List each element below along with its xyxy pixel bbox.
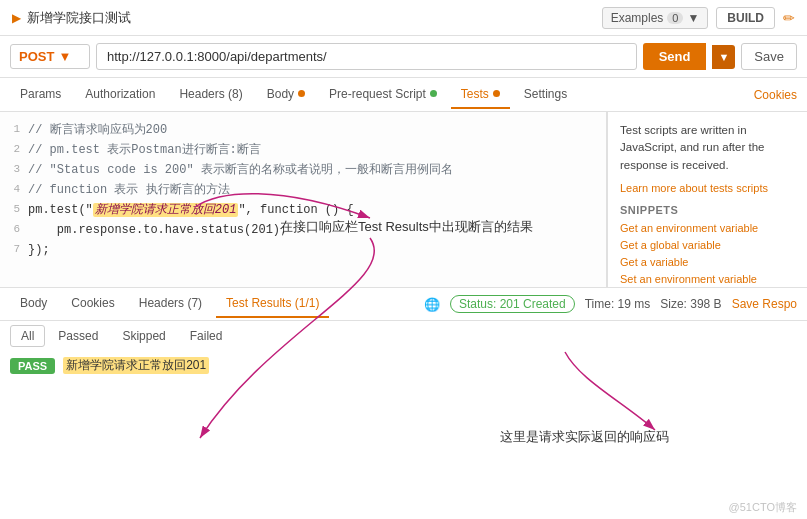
tab-params[interactable]: Params <box>10 81 71 109</box>
learn-more-link[interactable]: Learn more about tests scripts <box>620 182 795 194</box>
tab-tests[interactable]: Tests <box>451 81 510 109</box>
top-bar-right: Examples 0 ▼ BUILD ✏ <box>602 7 795 29</box>
snippet-item[interactable]: Set an environment variable <box>620 273 795 285</box>
annotation-2: 这里是请求实际返回的响应码 <box>500 428 669 446</box>
window-title: 新增学院接口测试 <box>27 9 131 27</box>
url-input[interactable] <box>96 43 637 70</box>
build-button[interactable]: BUILD <box>716 7 775 29</box>
examples-label: Examples <box>611 11 664 25</box>
filter-tab-passed[interactable]: Passed <box>47 325 109 347</box>
send-button[interactable]: Send <box>643 43 707 70</box>
filter-tabs: AllPassedSkippedFailed <box>0 321 807 351</box>
tab-settings[interactable]: Settings <box>514 81 577 109</box>
examples-button[interactable]: Examples 0 ▼ <box>602 7 709 29</box>
resp-size: Size: 398 B <box>660 297 721 311</box>
url-bar: POST ▼ Send ▼ Save <box>0 36 807 78</box>
body-dot <box>298 90 305 97</box>
content-split: 1// 断言请求响应码为2002// pm.test 表示Postman进行断言… <box>0 112 807 287</box>
code-line: 7}); <box>0 240 606 260</box>
request-tabs: Params Authorization Headers (8) Body Pr… <box>0 78 807 112</box>
method-select[interactable]: POST ▼ <box>10 44 90 69</box>
tests-dot <box>493 90 500 97</box>
status-badge: Status: 201 Created <box>450 295 575 313</box>
resp-time: Time: 19 ms <box>585 297 651 311</box>
watermark: @51CTO博客 <box>729 500 797 515</box>
snippet-item[interactable]: Get a variable <box>620 256 795 268</box>
snippet-item[interactable]: Get a global variable <box>620 239 795 251</box>
tab-authorization[interactable]: Authorization <box>75 81 165 109</box>
top-bar: ▶ 新增学院接口测试 Examples 0 ▼ BUILD ✏ <box>0 0 807 36</box>
pass-row: PASS 新增学院请求正常放回201 <box>0 351 807 380</box>
tab-headers-resp[interactable]: Headers (7) <box>129 290 212 318</box>
tab-test-results[interactable]: Test Results (1/1) <box>216 290 329 318</box>
globe-icon: 🌐 <box>424 297 440 312</box>
code-editor[interactable]: 1// 断言请求响应码为2002// pm.test 表示Postman进行断言… <box>0 112 607 287</box>
top-bar-left: ▶ 新增学院接口测试 <box>12 9 131 27</box>
send-dropdown-button[interactable]: ▼ <box>712 45 735 69</box>
response-tabs: Body Cookies Headers (7) Test Results (1… <box>0 287 807 321</box>
right-panel-desc: Test scripts are written in JavaScript, … <box>620 122 795 174</box>
tab-pre-request[interactable]: Pre-request Script <box>319 81 447 109</box>
code-line: 2// pm.test 表示Postman进行断言:断言 <box>0 140 606 160</box>
tab-body[interactable]: Body <box>257 81 315 109</box>
pass-text: 新增学院请求正常放回201 <box>63 357 209 374</box>
code-line: 1// 断言请求响应码为200 <box>0 120 606 140</box>
filter-tab-skipped[interactable]: Skipped <box>111 325 176 347</box>
tab-cookies-resp[interactable]: Cookies <box>61 290 124 318</box>
snippet-item[interactable]: Get an environment variable <box>620 222 795 234</box>
method-label: POST <box>19 49 54 64</box>
filter-tab-failed[interactable]: Failed <box>179 325 234 347</box>
filter-tab-all[interactable]: All <box>10 325 45 347</box>
code-line: 5pm.test("新增学院请求正常放回201", function () { <box>0 200 606 220</box>
method-chevron-icon: ▼ <box>58 49 71 64</box>
tab-body-resp[interactable]: Body <box>10 290 57 318</box>
save-response-button[interactable]: Save Respo <box>732 297 797 311</box>
pass-badge: PASS <box>10 358 55 374</box>
save-button[interactable]: Save <box>741 43 797 70</box>
resp-right: 🌐 Status: 201 Created Time: 19 ms Size: … <box>424 295 797 313</box>
code-line: 4// function 表示 执行断言的方法 <box>0 180 606 200</box>
snippets-title: SNIPPETS <box>620 204 795 216</box>
edit-icon[interactable]: ✏ <box>783 10 795 26</box>
collapse-icon[interactable]: ▶ <box>12 11 21 25</box>
right-panel: Test scripts are written in JavaScript, … <box>607 112 807 287</box>
pre-request-dot <box>430 90 437 97</box>
tab-headers[interactable]: Headers (8) <box>169 81 252 109</box>
code-line: 3// "Status code is 200" 表示断言的名称或者说明，一般和… <box>0 160 606 180</box>
examples-chevron-icon: ▼ <box>687 11 699 25</box>
cookie-link[interactable]: Cookies <box>754 88 797 102</box>
examples-count: 0 <box>667 12 683 24</box>
code-line: 6 pm.response.to.have.status(201); <box>0 220 606 240</box>
